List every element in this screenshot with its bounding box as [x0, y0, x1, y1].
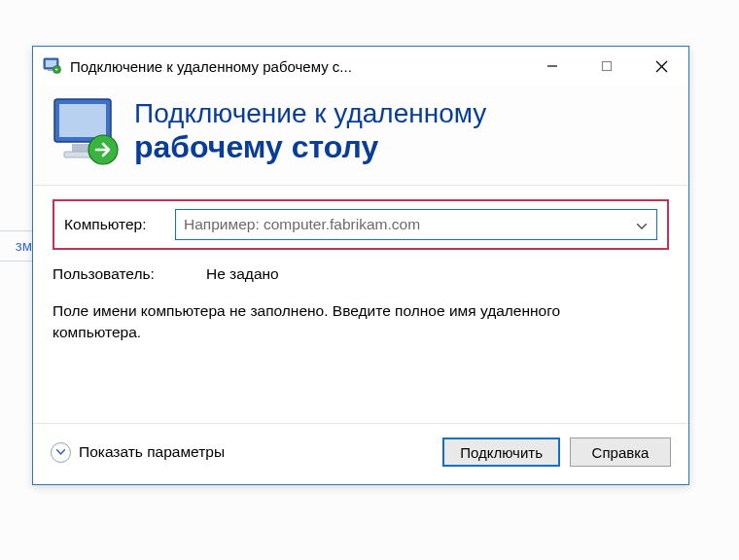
help-button[interactable]: Справка [570, 438, 671, 467]
user-label: Пользователь: [53, 265, 206, 283]
window-title: Подключение к удаленному рабочему с... [70, 58, 525, 75]
show-options-label: Показать параметры [79, 443, 225, 461]
rdp-app-icon [43, 56, 62, 76]
computer-placeholder: Например: computer.fabrikam.com [184, 216, 420, 233]
svg-rect-5 [603, 62, 612, 71]
minimize-button[interactable] [525, 47, 580, 86]
rdp-dialog: Подключение к удаленному рабочему с... [32, 46, 689, 485]
svg-rect-9 [59, 104, 106, 137]
show-options-toggle[interactable]: Показать параметры [51, 442, 225, 463]
background-tab-fragment: зм [0, 230, 32, 262]
dialog-header: Подключение к удаленному рабочему столу [33, 86, 688, 186]
user-value: Не задано [206, 265, 279, 283]
chevron-down-icon[interactable] [637, 216, 647, 233]
header-title-line2: рабочему столу [134, 129, 486, 165]
computer-label: Компьютер: [64, 216, 175, 233]
hint-text: Поле имени компьютера не заполнено. Введ… [53, 300, 597, 342]
computer-field-highlight: Компьютер: Например: computer.fabrikam.c… [53, 199, 669, 250]
rdp-header-icon [51, 93, 123, 169]
titlebar: Подключение к удаленному рабочему с... [33, 47, 688, 86]
computer-combobox[interactable]: Например: computer.fabrikam.com [175, 209, 657, 240]
dialog-footer: Показать параметры Подключить Справка [33, 423, 688, 484]
user-row: Пользователь: Не задано [53, 265, 669, 283]
chevron-down-circle-icon [51, 442, 71, 463]
close-button[interactable] [634, 47, 688, 86]
header-title-line1: Подключение к удаленному [134, 98, 486, 129]
dialog-body: Компьютер: Например: computer.fabrikam.c… [33, 186, 688, 423]
window-controls [525, 47, 688, 86]
maximize-button[interactable] [580, 47, 634, 86]
connect-button[interactable]: Подключить [442, 438, 560, 467]
